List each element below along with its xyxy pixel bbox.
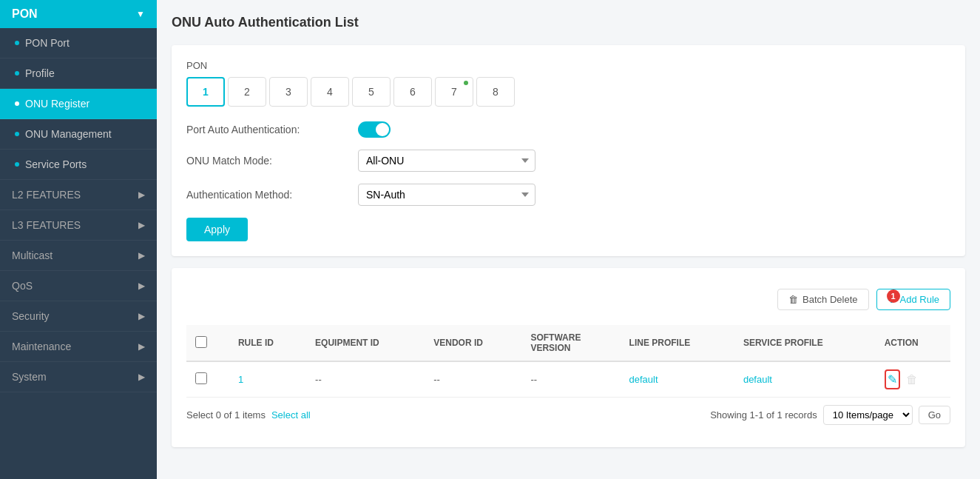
- select-all-checkbox[interactable]: [195, 336, 207, 348]
- row-service-profile: default: [734, 361, 876, 398]
- col-service-profile: SERVICE PROFILE: [734, 325, 876, 361]
- chevron-right-icon: ▶: [138, 281, 145, 291]
- pon-tab-4[interactable]: 4: [311, 77, 349, 107]
- sidebar-item-label: Service Ports: [25, 158, 87, 170]
- pon-tab-8[interactable]: 8: [476, 77, 515, 107]
- sidebar-item-service-ports[interactable]: Service Ports: [0, 150, 157, 180]
- sidebar-item-label: PON Port: [25, 37, 70, 49]
- rule-id-link[interactable]: 1: [238, 374, 243, 385]
- dot-icon: [15, 101, 19, 106]
- sidebar-section-label: Security: [12, 310, 50, 322]
- pon-tab-1[interactable]: 1: [186, 77, 225, 107]
- col-software-version: SOFTWAREVERSION: [521, 325, 620, 361]
- sidebar-pon-label: PON: [12, 7, 38, 21]
- sidebar-item-label: ONU Register: [25, 98, 89, 110]
- sidebar-item-onu-management[interactable]: ONU Management: [0, 119, 157, 150]
- add-rule-button[interactable]: ✚ 1 Add Rule: [876, 289, 950, 310]
- sidebar-item-label: Profile: [25, 67, 55, 79]
- chevron-right-icon: ▶: [138, 372, 145, 382]
- table-card: 🗑 Batch Delete ✚ 1 Add Rule RULE ID E: [172, 268, 965, 447]
- col-action: ACTION: [876, 325, 950, 361]
- pon-tab-label: 4: [327, 86, 333, 98]
- items-per-page-select[interactable]: 10 Items/page 25 Items/page 50 Items/pag…: [823, 405, 913, 425]
- pon-tab-7[interactable]: 7: [435, 77, 473, 107]
- action-icons: ✎ 🗑: [885, 369, 942, 389]
- dot-icon: [15, 41, 19, 45]
- match-mode-select[interactable]: All-ONU Manual: [358, 150, 535, 172]
- table-row: 1 -- -- -- default default ✎ 🗑: [186, 361, 950, 398]
- auth-method-select[interactable]: SN-Auth Password-Auth SN+Password: [358, 184, 535, 206]
- row-action-cell: ✎ 🗑: [876, 361, 950, 398]
- trash-icon: 🗑: [788, 294, 798, 305]
- main-content: ONU Auto Authentication List PON 1 2 3 4…: [157, 0, 980, 479]
- pon-tab-5[interactable]: 5: [352, 77, 391, 107]
- pon-tab-label: 2: [244, 86, 250, 98]
- config-card: PON 1 2 3 4 5 6 7: [172, 45, 965, 256]
- sidebar-item-system[interactable]: System ▶: [0, 362, 157, 392]
- rules-table: RULE ID EQUIPMENT ID VENDOR ID SOFTWAREV…: [186, 325, 950, 398]
- toggle-slider: [358, 121, 391, 138]
- line-profile-value: default: [629, 374, 658, 385]
- table-header: RULE ID EQUIPMENT ID VENDOR ID SOFTWAREV…: [186, 325, 950, 361]
- select-all-link[interactable]: Select all: [271, 409, 311, 421]
- status-dot-green-icon: [464, 81, 468, 85]
- pon-tab-6[interactable]: 6: [393, 77, 432, 107]
- row-checkbox[interactable]: [195, 372, 207, 384]
- col-vendor-id: VENDOR ID: [425, 325, 521, 361]
- sidebar-item-l3-features[interactable]: L3 FEATURES ▶: [0, 210, 157, 241]
- col-line-profile: LINE PROFILE: [621, 325, 734, 361]
- sidebar-pon-header[interactable]: PON ▼: [0, 0, 157, 28]
- chevron-right-icon: ▶: [138, 220, 145, 230]
- edit-icon[interactable]: ✎: [885, 369, 900, 389]
- go-button[interactable]: Go: [919, 406, 950, 424]
- sidebar-item-security[interactable]: Security ▶: [0, 301, 157, 332]
- select-all-header: [186, 325, 229, 361]
- pon-tab-label: 7: [451, 86, 457, 98]
- sidebar-section-label: Multicast: [12, 249, 53, 261]
- sidebar-section-label: Maintenance: [12, 341, 71, 352]
- row-checkbox-cell: [186, 361, 229, 398]
- row-rule-id: 1: [229, 361, 306, 398]
- sidebar-item-l2-features[interactable]: L2 FEATURES ▶: [0, 180, 157, 210]
- table-body: 1 -- -- -- default default ✎ 🗑: [186, 361, 950, 398]
- dot-icon: [15, 162, 19, 167]
- col-equipment-id: EQUIPMENT ID: [306, 325, 425, 361]
- chevron-right-icon: ▶: [138, 250, 145, 261]
- col-rule-id: RULE ID: [229, 325, 306, 361]
- pon-tab-3[interactable]: 3: [269, 77, 308, 107]
- table-footer-right: Showing 1-1 of 1 records 10 Items/page 2…: [710, 405, 950, 425]
- sidebar-item-profile[interactable]: Profile: [0, 58, 157, 89]
- sidebar-section-label: L3 FEATURES: [12, 219, 81, 231]
- delete-icon[interactable]: 🗑: [906, 373, 918, 386]
- add-rule-label: Add Rule: [900, 294, 939, 305]
- showing-text: Showing 1-1 of 1 records: [710, 409, 817, 421]
- header-row: RULE ID EQUIPMENT ID VENDOR ID SOFTWAREV…: [186, 325, 950, 361]
- sidebar-item-qos[interactable]: QoS ▶: [0, 271, 157, 301]
- sidebar-section-label: System: [12, 371, 47, 383]
- apply-button[interactable]: Apply: [186, 218, 248, 241]
- dot-icon: [15, 132, 19, 136]
- sidebar-item-pon-port[interactable]: PON Port: [0, 28, 157, 58]
- pon-tab-label: 6: [410, 86, 416, 98]
- chevron-right-icon: ▶: [138, 311, 145, 321]
- pon-label: PON: [186, 60, 950, 71]
- sidebar-item-multicast[interactable]: Multicast ▶: [0, 241, 157, 271]
- auth-method-label: Authentication Method:: [186, 189, 349, 201]
- row-line-profile: default: [621, 361, 734, 398]
- sidebar-item-label: ONU Management: [25, 128, 112, 140]
- port-auth-row: Port Auto Authentication:: [186, 121, 950, 138]
- table-footer-left: Select 0 of 1 items Select all: [186, 409, 311, 421]
- sidebar-section-label: L2 FEATURES: [12, 189, 81, 201]
- chevron-right-icon: ▶: [138, 190, 145, 200]
- page-title: ONU Auto Authentication List: [172, 15, 965, 30]
- sidebar-item-maintenance[interactable]: Maintenance ▶: [0, 332, 157, 362]
- port-auth-toggle[interactable]: [358, 121, 391, 138]
- pon-tab-label: 8: [493, 86, 499, 98]
- pon-tab-2[interactable]: 2: [228, 77, 266, 107]
- match-mode-row: ONU Match Mode: All-ONU Manual: [186, 150, 950, 172]
- batch-delete-button[interactable]: 🗑 Batch Delete: [777, 289, 868, 310]
- port-auth-label: Port Auto Authentication:: [186, 124, 349, 135]
- pon-tab-label: 3: [285, 86, 291, 98]
- sidebar-item-onu-register[interactable]: ONU Register: [0, 89, 157, 119]
- dot-icon: [15, 71, 19, 76]
